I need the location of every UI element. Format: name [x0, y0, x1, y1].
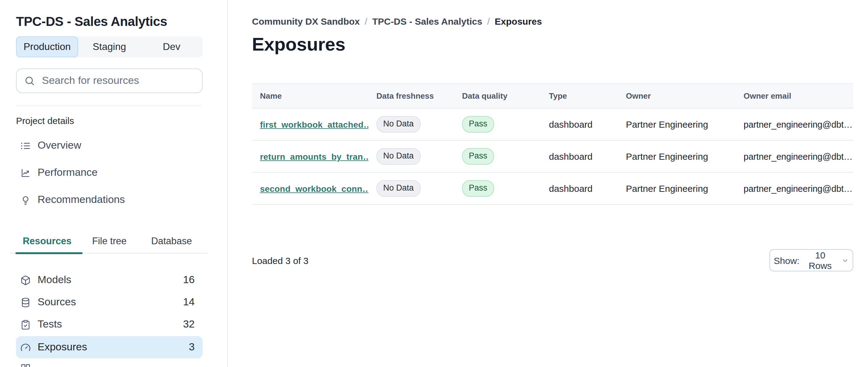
sidebar-item-performance[interactable]: Performance — [16, 165, 203, 181]
freshness-badge: No Data — [376, 116, 421, 132]
search-box[interactable] — [16, 68, 203, 93]
clipboard-check-icon — [20, 319, 31, 330]
breadcrumb: Community DX Sandbox / TPC-DS - Sales An… — [252, 16, 542, 27]
tab-database[interactable]: Database — [141, 231, 203, 251]
type-cell: dashboard — [541, 183, 618, 194]
owner-cell: Partner Engineering — [618, 119, 736, 130]
grid-icon[interactable] — [20, 363, 31, 367]
owner-email-cell: partner_engineering@dbt… — [736, 119, 853, 129]
exposure-name-link[interactable]: second_workbook_conn… — [260, 184, 368, 194]
search-icon — [24, 75, 35, 86]
column-header-type[interactable]: Type — [541, 91, 618, 101]
line-chart-icon — [20, 167, 31, 178]
cube-icon — [20, 275, 31, 285]
column-header-data-quality[interactable]: Data quality — [454, 91, 541, 101]
lightbulb-icon — [20, 195, 31, 205]
sidebar-item-recommendations[interactable]: Recommendations — [16, 192, 203, 208]
resource-count: 16 — [183, 274, 195, 286]
breadcrumb-account[interactable]: Community DX Sandbox — [252, 16, 360, 27]
resource-label: Sources — [38, 296, 76, 308]
list-icon — [20, 140, 31, 151]
resource-count: 32 — [183, 318, 195, 331]
sidebar-main-divider — [227, 0, 228, 367]
owner-cell: Partner Engineering — [618, 183, 736, 194]
environment-tabs: Production Staging Dev — [16, 36, 203, 57]
table-row: first_workbook_attached… No Data Pass da… — [252, 109, 853, 141]
column-header-owner[interactable]: Owner — [618, 91, 736, 101]
sidebar-item-tests[interactable]: Tests 32 — [16, 313, 203, 336]
resource-label: Tests — [38, 318, 62, 331]
tab-dev[interactable]: Dev — [141, 36, 203, 57]
exposures-table: Name Data freshness Data quality Type Ow… — [252, 83, 853, 205]
table-row: return_amounts_by_tran… No Data Pass das… — [252, 141, 853, 173]
project-details-label: Project details — [16, 115, 74, 126]
column-header-name[interactable]: Name — [252, 91, 368, 101]
loaded-status: Loaded 3 of 3 — [252, 255, 309, 266]
type-cell: dashboard — [541, 151, 618, 162]
column-header-owner-email[interactable]: Owner email — [736, 91, 853, 101]
tab-production[interactable]: Production — [16, 36, 78, 57]
table-header-row: Name Data freshness Data quality Type Ow… — [252, 83, 853, 109]
sidebar-item-label: Recommendations — [38, 194, 125, 206]
project-title: TPC-DS - Sales Analytics — [16, 14, 167, 29]
database-icon — [20, 297, 31, 308]
sidebar-item-sources[interactable]: Sources 14 — [16, 291, 203, 313]
page-title: Exposures — [252, 34, 345, 55]
search-input[interactable] — [41, 74, 185, 88]
sidebar-item-exposures[interactable]: Exposures 3 — [16, 336, 203, 358]
quality-badge: Pass — [462, 116, 494, 132]
freshness-badge: No Data — [376, 180, 421, 196]
owner-email-cell: partner_engineering@dbt… — [736, 151, 853, 161]
chevron-down-icon — [841, 256, 849, 264]
tab-resources[interactable]: Resources — [16, 231, 78, 251]
sidebar-view-tabs: Resources File tree Database — [10, 231, 208, 254]
rows-per-page-dropdown[interactable]: Show: 10 Rows — [769, 249, 853, 272]
owner-email-cell: partner_engineering@dbt… — [736, 184, 853, 193]
exposure-name-link[interactable]: first_workbook_attached… — [260, 120, 368, 130]
owner-cell: Partner Engineering — [618, 151, 736, 162]
show-value: 10 Rows — [804, 250, 837, 271]
show-label: Show: — [774, 255, 799, 265]
column-header-data-freshness[interactable]: Data freshness — [368, 91, 454, 101]
sidebar-item-label: Overview — [38, 139, 81, 152]
table-row: second_workbook_conn… No Data Pass dashb… — [252, 173, 853, 205]
type-cell: dashboard — [541, 119, 618, 130]
active-tab-indicator — [16, 252, 83, 254]
app-window: TPC-DS - Sales Analytics Production Stag… — [0, 0, 868, 367]
quality-badge: Pass — [462, 180, 494, 196]
resource-count: 14 — [183, 296, 195, 308]
tab-file-tree[interactable]: File tree — [78, 231, 141, 251]
sidebar-item-models[interactable]: Models 16 — [16, 269, 203, 291]
gauge-icon — [20, 342, 31, 352]
resource-label: Exposures — [38, 341, 87, 354]
sidebar-item-overview[interactable]: Overview — [16, 138, 203, 153]
breadcrumb-separator: / — [487, 16, 490, 27]
freshness-badge: No Data — [376, 148, 421, 164]
sidebar-divider — [16, 106, 202, 106]
sidebar-item-label: Performance — [38, 167, 98, 179]
breadcrumb-separator: / — [365, 16, 367, 27]
tab-staging[interactable]: Staging — [78, 36, 141, 57]
resource-count: 3 — [189, 341, 195, 354]
breadcrumb-project[interactable]: TPC-DS - Sales Analytics — [372, 16, 482, 27]
quality-badge: Pass — [462, 148, 494, 164]
exposure-name-link[interactable]: return_amounts_by_tran… — [260, 152, 368, 162]
breadcrumb-current: Exposures — [495, 16, 542, 27]
resource-label: Models — [38, 274, 71, 286]
